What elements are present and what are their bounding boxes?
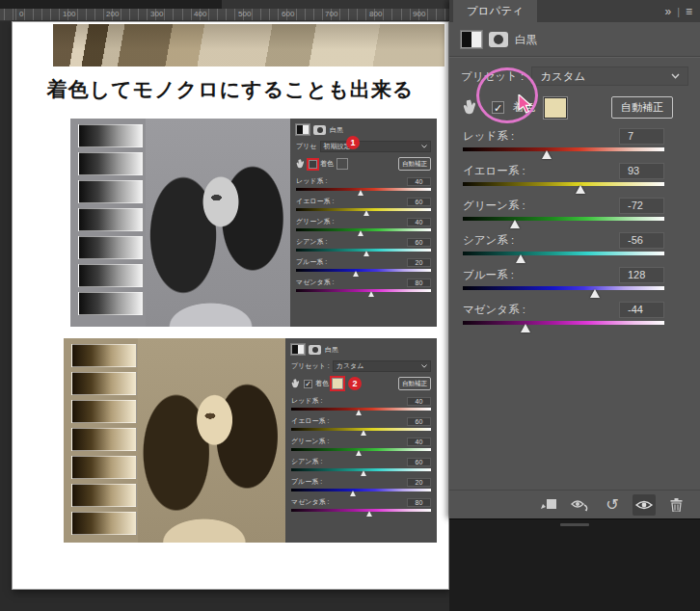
slider-thumb (358, 190, 363, 196)
ruler-tick: 400 (194, 10, 206, 18)
chevron-down-icon (671, 73, 680, 79)
slider-thumb (350, 491, 356, 496)
slider-thumb (358, 230, 363, 236)
slider-label: ブルー系 : (463, 268, 514, 282)
page-title: 着色してモノクロにすることも出来る (13, 76, 448, 103)
panel-title: 白黒 (325, 345, 338, 355)
ruler-tick: 800 (369, 10, 382, 18)
tint-checkbox-checked: ✓ (304, 380, 312, 388)
auto-correct-button: 自動補正 (398, 377, 431, 390)
slider-value: 60 (407, 238, 431, 247)
reset-glyph: ↺ (606, 495, 618, 514)
slider-value-field[interactable]: 93 (619, 163, 664, 179)
gradient-bar (71, 372, 137, 395)
green-slider-track[interactable] (463, 217, 664, 221)
slider-value: 80 (407, 498, 431, 507)
slider-value-field[interactable]: -44 (619, 302, 664, 318)
red-slider-track (296, 188, 431, 191)
bw-adjustment-icon (291, 344, 305, 355)
slider-value-field[interactable]: 7 (619, 128, 664, 145)
slider-label: グリーン系 : (463, 199, 525, 213)
slider-label: マゼンタ系 : (296, 278, 335, 287)
slider-label: イエロー系 : (463, 164, 525, 178)
slider-thumb (363, 251, 369, 256)
targeted-adjustment-hand-icon[interactable] (462, 99, 479, 117)
panel-menu-icon[interactable]: ≡ (686, 5, 692, 18)
slider-label: シアン系 : (296, 237, 327, 247)
embedded-bw-panel-default: 白黒 プリセ 1 初期設定 着色 自動補正 レッド系 (290, 119, 437, 327)
red-slider-track[interactable] (463, 147, 664, 151)
slider-label: ブルー系 : (291, 477, 322, 487)
embedded-bw-panel-tinted: 白黒 プリセット : カスタム ✓ 着色 2 自動補正 (285, 338, 437, 543)
preset-dropdown[interactable]: カスタム (531, 66, 688, 86)
layer-mask-icon (309, 345, 321, 355)
gradient-bar (78, 152, 144, 175)
auto-correct-button[interactable]: 自動補正 (611, 96, 673, 119)
blue-slider-track (291, 489, 431, 491)
divider: | (677, 6, 680, 17)
gradient-bars-grayscale (78, 124, 144, 320)
toggle-visibility-icon[interactable] (633, 494, 656, 516)
portrait-photo-sepia (138, 338, 285, 543)
cyan-slider-track[interactable] (463, 252, 664, 255)
slider-thumb (363, 210, 369, 216)
slider-value: 40 (407, 177, 431, 186)
panel-title: 白黒 (515, 33, 537, 47)
blue-slider-thumb[interactable] (590, 289, 600, 298)
gradient-bar (71, 428, 137, 451)
slider-thumb (361, 430, 366, 436)
preset-label: プリセ (296, 142, 317, 151)
preset-dropdown: 初期設定 (320, 141, 432, 152)
slider-value-field[interactable]: 128 (619, 267, 664, 283)
bw-adjustment-icon (296, 124, 310, 135)
slider-label: マゼンタ系 : (291, 497, 330, 507)
tint-label: 着色 (315, 379, 329, 388)
portrait-photo-grayscale (146, 119, 290, 327)
slider-thumb (353, 271, 359, 277)
slider-label: レッド系 : (296, 176, 327, 186)
gradient-bar (78, 292, 144, 315)
slider-value-field[interactable]: -56 (619, 232, 664, 249)
clip-to-layer-icon[interactable] (537, 494, 560, 516)
tint-color-swatch[interactable] (544, 97, 567, 119)
tab-properties[interactable]: プロパティ (453, 0, 537, 22)
slider-value: 60 (407, 417, 431, 426)
magenta-slider-track[interactable] (463, 321, 664, 325)
slider-label: ブルー系 : (296, 257, 327, 267)
annotation-badge-1: 1 (346, 136, 360, 149)
chevron-down-icon (421, 364, 427, 368)
blue-slider-track[interactable] (463, 286, 664, 290)
view-previous-state-icon[interactable] (569, 494, 592, 516)
slider-thumb (356, 410, 362, 415)
document-tab[interactable] (222, 0, 449, 9)
tint-checkbox-checked[interactable]: ✓ (492, 101, 504, 114)
collapse-panel-icon[interactable]: » (664, 5, 671, 18)
yellow-slider-track[interactable] (463, 182, 664, 186)
yellow-slider-track (296, 208, 431, 211)
magenta-slider-thumb[interactable] (521, 324, 530, 332)
magenta-slider-track (296, 289, 431, 292)
slider-label: レッド系 : (291, 396, 322, 406)
yellow-slider-track (291, 428, 431, 431)
slider-value: 60 (407, 458, 431, 466)
reset-adjustment-icon[interactable]: ↺ (601, 494, 624, 516)
slider-thumb (356, 450, 362, 456)
slider-value-field[interactable]: -72 (619, 198, 664, 214)
layer-mask-icon (313, 125, 326, 135)
red-slider-thumb[interactable] (542, 150, 552, 159)
green-slider-thumb[interactable] (510, 220, 520, 228)
blue-slider-track (296, 269, 431, 272)
cyan-slider-thumb[interactable] (516, 254, 525, 263)
panel-resize-grip[interactable] (560, 523, 589, 526)
slider-value: 20 (407, 258, 431, 267)
document-page: 着色してモノクロにすることも出来る 白黒 プリセ (12, 21, 449, 590)
layer-mask-icon[interactable] (489, 32, 508, 47)
gradient-bar (78, 264, 144, 287)
red-slider-track (291, 408, 431, 411)
ruler-tick: 200 (106, 10, 119, 18)
yellow-slider-thumb[interactable] (576, 185, 585, 194)
slider-value: 80 (407, 279, 431, 287)
preset-value: カスタム (540, 69, 585, 84)
delete-adjustment-icon[interactable] (664, 494, 687, 516)
ruler-tick: 600 (282, 10, 294, 18)
